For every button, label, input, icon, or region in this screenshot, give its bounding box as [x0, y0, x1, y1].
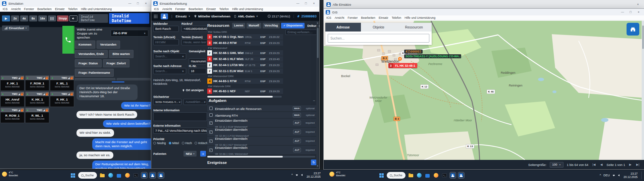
einsatz-app-icon[interactable]: [150, 172, 156, 178]
termin-datum-input[interactable]: Heute, wenn leer: [181, 39, 207, 45]
resource-row[interactable]: 4HK 44-83-1 RTWRTWDSP23:19:23: [207, 78, 283, 84]
menu-telefon[interactable]: Telefon: [68, 7, 77, 11]
objekt-search-select[interactable]: Search...▼: [153, 53, 186, 59]
caller-button[interactable]: [161, 13, 168, 19]
tab-objekte[interactable]: Objekte: [361, 23, 396, 32]
patient-neu-dropdown[interactable]: NEU▾: [183, 151, 197, 157]
quick-button-frage-zielort[interactable]: Frage: Zielort: [103, 59, 130, 67]
file-explorer-icon[interactable]: [99, 172, 105, 178]
stichwort-tag-select[interactable]: SOSI-THGAS1-Y... ×▼: [153, 99, 181, 105]
maximize-icon[interactable]: □: [135, 1, 141, 6]
leeren-button[interactable]: Leeren: [232, 23, 245, 28]
prev-page-icon[interactable]: ◀: [599, 163, 603, 166]
radio-tile[interactable]: TMOK_HK_1keine Aktivität: [25, 92, 49, 107]
ics-app-icon[interactable]: [158, 172, 164, 178]
manuell-button[interactable]: Manuell: [247, 23, 261, 28]
tab-ressourcen[interactable]: Ressourcen: [396, 23, 432, 32]
quick-button-notarzt-nicht-verfuegbar[interactable]: Notarzt nicht verfügbar: [75, 78, 115, 80]
prio-hoch-radio[interactable]: Hoch: [182, 141, 192, 145]
hidden-icons-chevron[interactable]: ^: [600, 174, 601, 177]
resource-row[interactable]: 2HK 32-68-1 GWL WietzendorfGW-L2DSP23:19…: [207, 50, 283, 56]
task-row[interactable]: Einsatzabbruch an alle RessourcenMANopti…: [207, 105, 317, 111]
einsatz-dropdown[interactable]: Einsatz▼: [176, 14, 191, 18]
rueckruf-input[interactable]: +4951965456540: [181, 26, 207, 32]
window-scrollbar[interactable]: ▲▼: [316, 21, 319, 168]
disponieren-button[interactable]: ✓ Disponieren: [281, 23, 305, 28]
hidden-icons-chevron[interactable]: ^: [291, 173, 293, 177]
resource-scrollbar[interactable]: [207, 96, 282, 98]
play-button[interactable]: ▶: [2, 15, 10, 21]
map-scrollbar[interactable]: [642, 21, 644, 160]
menu-einsatz[interactable]: Einsatz: [55, 7, 65, 11]
taskbar-search[interactable]: Suche: [387, 172, 406, 179]
menu-ansicht[interactable]: Ansicht: [335, 16, 344, 19]
menu-hilfe[interactable]: Hilfe und Unterstützung: [232, 7, 263, 11]
aml-daten-dropdown[interactable]: AML-Daten▼: [234, 14, 258, 18]
menu-hilfe[interactable]: Hilfe und Unterstützung: [81, 7, 112, 11]
menu-ics[interactable]: ICS: [3, 7, 8, 11]
firefox-icon[interactable]: [433, 172, 439, 178]
show-desktop-button[interactable]: [641, 172, 642, 179]
genauigkeit-input[interactable]: Hausnummer: [189, 58, 206, 64]
maximize-icon[interactable]: □: [627, 10, 634, 15]
quick-button-bitte-warten[interactable]: Bitte warten: [109, 50, 134, 58]
prio-mittel-radio[interactable]: Mittel: [169, 141, 179, 145]
tasks-scrollbar[interactable]: [207, 156, 315, 158]
alle-einsaetze-app-icon[interactable]: [458, 172, 464, 178]
menu-ics[interactable]: ICS: [326, 16, 331, 19]
minimize-icon[interactable]: —: [126, 1, 133, 6]
radio-tile[interactable]: TMOF_ROW_1keine Aktivität: [25, 75, 49, 91]
refresh-icon[interactable]: ↻: [311, 160, 317, 165]
weather-widget[interactable]: 4°CBewölkt: [2, 171, 18, 177]
store-icon[interactable]: [116, 172, 122, 178]
next-page-icon[interactable]: ▶: [629, 163, 632, 166]
einsatzlast-button[interactable]: Einsatzlast▾: [2, 25, 29, 31]
resource-row[interactable]: 3HK 97-08-1 OrgL NordORGLDSP23:20:22: [207, 34, 283, 40]
quick-button-frage-patientenname[interactable]: Frage: Patientenname: [75, 69, 114, 77]
ort-anzeigen-link[interactable]: Ort anzeigen: [182, 88, 204, 92]
simulation-app-icon[interactable]: [141, 172, 147, 178]
add-patient-button[interactable]: +: [200, 151, 206, 157]
checkbox-checked-icon[interactable]: ✓: [209, 130, 213, 134]
active-call-panel[interactable]: [62, 26, 74, 54]
termin-uhrzeit-input[interactable]: HH:MM: [153, 39, 179, 45]
radio-tile[interactable]: TMOR_WL_1keine Aktivität: [25, 108, 49, 123]
collapse-icon[interactable]: −: [313, 99, 315, 103]
task-row[interactable]: ✓Einsatzdaten übermittelnHK 32-68-1 GWL …: [207, 146, 317, 154]
call-transcript[interactable]: Der Ort ist Wietzendorf und Straße Heinr…: [74, 83, 151, 169]
quick-button-verstanden-ende[interactable]: Verstanden, Ende: [75, 50, 108, 58]
edge-browser-icon[interactable]: [416, 172, 422, 178]
radio-tile[interactable]: TMOF_WL_1keine Aktivität: [50, 75, 74, 91]
menu-telefon[interactable]: Telefon: [392, 16, 401, 19]
incident-id-label[interactable]: #25000003: [404, 50, 423, 54]
externe-info-input[interactable]: 7 Pat., AZ-Verschlechterung nach Shisha: [153, 128, 207, 134]
page-size-select[interactable]: 100▼: [550, 162, 563, 168]
minimize-icon[interactable]: —: [294, 1, 301, 6]
menu-hilfe[interactable]: Hilfe und Unterstützung: [405, 16, 435, 19]
checkbox-checked-icon[interactable]: ✓: [209, 148, 213, 152]
taskbar-search[interactable]: Suche: [78, 172, 97, 179]
resource-row[interactable]: 2HK 32-44-1 LF/16 WietzendorfLF 16 TSDSP…: [207, 62, 283, 68]
menu-fenster[interactable]: Fenster: [348, 16, 358, 19]
edge-browser-icon[interactable]: [108, 172, 114, 178]
speaker-button[interactable]: [69, 15, 77, 21]
pause-button[interactable]: [48, 15, 56, 21]
first-page-icon[interactable]: |◀: [592, 163, 596, 166]
menu-bearbeiten[interactable]: Bearbeiten: [361, 16, 375, 19]
apps-grid-icon[interactable]: [154, 15, 157, 18]
resource-row[interactable]: 3HK 40-83-2 RTWRTWDSP23:19:23: [207, 40, 283, 46]
resource-row[interactable]: 3HK 45-82-1 NEFNEFDSP23:19:23: [207, 88, 283, 94]
tab-adresse[interactable]: Adresse: [325, 23, 361, 32]
vorschlag-button[interactable]: Vorschlag: [263, 23, 280, 28]
dokumentation-entry-input[interactable]: Eintrag verfassen....: [285, 29, 317, 35]
terminal-icon[interactable]: >_: [441, 172, 447, 178]
menu-telefon[interactable]: Telefon: [219, 7, 229, 11]
menu-bearbeiten[interactable]: Bearbeiten: [189, 7, 203, 11]
close-icon[interactable]: ×: [635, 2, 641, 7]
menu-ansicht[interactable]: Ansicht: [162, 7, 172, 11]
meldender-input[interactable]: Berit Rasch: [153, 26, 179, 32]
wifi-icon[interactable]: [612, 174, 615, 177]
incident-keyword-label[interactable]: SOSI-THGAS1-Y (AUSLÖSUNG CO-WA...: [404, 54, 461, 58]
checkbox-icon[interactable]: [209, 113, 213, 117]
map-layers-widget[interactable]: [627, 23, 639, 36]
